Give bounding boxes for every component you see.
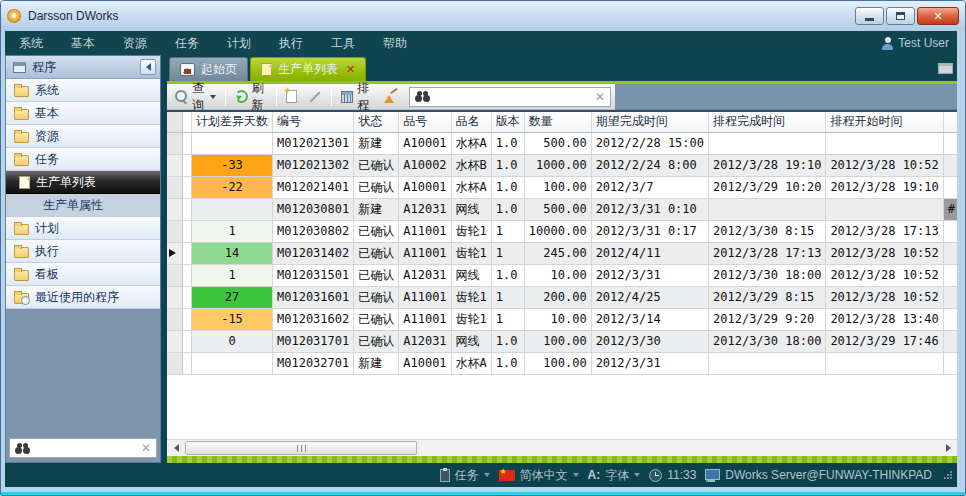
cell-expected_finish[interactable]: 2012/3/30 xyxy=(591,330,708,352)
cell-sched_finish[interactable]: 2012/3/29 10:20 xyxy=(709,176,826,198)
cell-diff[interactable]: 1 xyxy=(192,264,273,286)
toolbar-search-input[interactable] xyxy=(435,90,590,104)
cell-code[interactable]: M012031701 xyxy=(273,330,354,352)
edit-button[interactable] xyxy=(304,86,326,108)
cell-extra[interactable] xyxy=(943,352,957,374)
cell-item_no[interactable]: A10002 xyxy=(399,154,451,176)
cell-expected_finish[interactable]: 2012/3/14 xyxy=(591,308,708,330)
cell-item_no[interactable]: A12031 xyxy=(399,264,451,286)
cell-qty[interactable]: 10000.00 xyxy=(524,220,591,242)
cell-sched_start[interactable]: 2012/3/28 17:13 xyxy=(826,220,943,242)
cell-expected_finish[interactable]: 2012/2/28 15:00 xyxy=(591,132,708,154)
cell-expected_finish[interactable]: 2012/3/31 0:17 xyxy=(591,220,708,242)
table-row[interactable]: -15M012031602已确认A11001齿轮1110.002012/3/14… xyxy=(167,308,957,330)
cell-status[interactable]: 已确认 xyxy=(354,242,399,264)
cell-status[interactable]: 已确认 xyxy=(354,176,399,198)
cell-item_name[interactable]: 齿轮1 xyxy=(451,220,491,242)
table-row[interactable]: 27M012031601已确认A11001齿轮11200.002012/4/25… xyxy=(167,286,957,308)
cell-version[interactable]: 1.0 xyxy=(491,330,524,352)
refresh-button[interactable]: 刷新 xyxy=(231,86,272,108)
cell-qty[interactable]: 500.00 xyxy=(524,198,591,220)
cell-extra[interactable]: # xyxy=(943,198,957,220)
cell-diff[interactable]: -22 xyxy=(192,176,273,198)
menu-basic[interactable]: 基本 xyxy=(57,31,109,55)
cell-sched_start[interactable]: 2012/3/28 10:52 xyxy=(826,264,943,286)
menu-help[interactable]: 帮助 xyxy=(369,31,421,55)
minimize-button[interactable] xyxy=(855,7,884,25)
cell-sched_finish[interactable]: 2012/3/28 17:13 xyxy=(709,242,826,264)
sidebar-item[interactable]: 看板 xyxy=(6,263,160,286)
cell-version[interactable]: 1.0 xyxy=(491,352,524,374)
cell-item_no[interactable]: A10001 xyxy=(399,132,451,154)
cell-code[interactable]: M012031601 xyxy=(273,286,354,308)
cell-diff[interactable] xyxy=(192,198,273,220)
table-row[interactable]: -22M012021401已确认A10001水杯A1.0100.002012/3… xyxy=(167,176,957,198)
horizontal-scrollbar[interactable] xyxy=(167,439,957,456)
cell-version[interactable]: 1.0 xyxy=(491,154,524,176)
sidebar-search-input[interactable] xyxy=(35,441,136,455)
cell-qty[interactable]: 100.00 xyxy=(524,176,591,198)
column-header-diff[interactable]: 计划差异天数 xyxy=(192,112,273,132)
cell-code[interactable]: M012030801 xyxy=(273,198,354,220)
cell-sched_finish[interactable] xyxy=(709,352,826,374)
cell-code[interactable]: M012031501 xyxy=(273,264,354,286)
cell-sched_start[interactable]: 2012/3/28 10:52 xyxy=(826,286,943,308)
cell-sched_finish[interactable]: 2012/3/29 9:20 xyxy=(709,308,826,330)
close-button[interactable]: ✕ xyxy=(917,7,959,25)
cell-diff[interactable]: -33 xyxy=(192,154,273,176)
cell-status[interactable]: 新建 xyxy=(354,198,399,220)
cell-sched_finish[interactable] xyxy=(709,198,826,220)
cell-version[interactable]: 1.0 xyxy=(491,176,524,198)
cell-status[interactable]: 已确认 xyxy=(354,220,399,242)
clean-button[interactable] xyxy=(380,86,402,108)
schedule-button[interactable]: 排程 xyxy=(337,86,377,108)
sidebar-collapse-button[interactable] xyxy=(140,59,156,75)
cell-code[interactable]: M012032701 xyxy=(273,352,354,374)
cell-extra[interactable] xyxy=(943,330,957,352)
cell-sched_finish[interactable]: 2012/3/28 19:10 xyxy=(709,154,826,176)
cell-qty[interactable]: 100.00 xyxy=(524,352,591,374)
cell-version[interactable]: 1 xyxy=(491,308,524,330)
cell-version[interactable]: 1 xyxy=(491,286,524,308)
cell-sched_start[interactable]: 2012/3/28 13:40 xyxy=(826,308,943,330)
sidebar-item[interactable]: 基本 xyxy=(6,102,160,125)
cell-expected_finish[interactable]: 2012/4/11 xyxy=(591,242,708,264)
cell-qty[interactable]: 200.00 xyxy=(524,286,591,308)
menu-task[interactable]: 任务 xyxy=(161,31,213,55)
table-row[interactable]: 1M012030802已确认A11001齿轮1110000.002012/3/3… xyxy=(167,220,957,242)
cell-item_name[interactable]: 齿轮1 xyxy=(451,242,491,264)
cell-item_name[interactable]: 网线 xyxy=(451,198,491,220)
cell-expected_finish[interactable]: 2012/3/31 xyxy=(591,264,708,286)
column-header-sched_finish[interactable]: 排程完成时间 xyxy=(709,112,826,132)
cell-item_name[interactable]: 齿轮1 xyxy=(451,308,491,330)
cell-item_name[interactable]: 网线 xyxy=(451,264,491,286)
cell-expected_finish[interactable]: 2012/4/25 xyxy=(591,286,708,308)
cell-expected_finish[interactable]: 2012/2/24 8:00 xyxy=(591,154,708,176)
status-task-dropdown[interactable]: 任务 xyxy=(440,467,490,484)
cell-item_name[interactable]: 水杯A xyxy=(451,176,491,198)
query-button[interactable]: 查询 xyxy=(171,86,220,108)
cell-item_name[interactable]: 网线 xyxy=(451,330,491,352)
user-menu[interactable]: Test User xyxy=(882,36,957,50)
sidebar-item[interactable]: 资源 xyxy=(6,125,160,148)
menu-resource[interactable]: 资源 xyxy=(109,31,161,55)
cell-item_no[interactable]: A11001 xyxy=(399,308,451,330)
column-header-status[interactable]: 状态 xyxy=(354,112,399,132)
new-button[interactable] xyxy=(282,86,301,108)
column-header-extra[interactable] xyxy=(943,112,957,132)
menu-tools[interactable]: 工具 xyxy=(317,31,369,55)
cell-sched_start[interactable]: 2012/3/28 10:52 xyxy=(826,154,943,176)
column-header-expected_finish[interactable]: 期望完成时间 xyxy=(591,112,708,132)
sidebar-item[interactable]: 任务 xyxy=(6,148,160,171)
maximize-button[interactable] xyxy=(886,7,915,25)
cell-sched_start[interactable]: 2012/3/29 17:46 xyxy=(826,330,943,352)
sidebar-item[interactable]: 生产单属性 xyxy=(6,194,160,217)
menu-plan[interactable]: 计划 xyxy=(213,31,265,55)
cell-expected_finish[interactable]: 2012/3/7 xyxy=(591,176,708,198)
status-font-dropdown[interactable]: A: 字体 xyxy=(588,467,641,484)
cell-diff[interactable]: 0 xyxy=(192,330,273,352)
cell-item_name[interactable]: 水杯B xyxy=(451,154,491,176)
cell-diff[interactable]: -15 xyxy=(192,308,273,330)
sidebar-item[interactable]: 生产单列表 xyxy=(6,171,160,194)
column-header-version[interactable]: 版本 xyxy=(491,112,524,132)
